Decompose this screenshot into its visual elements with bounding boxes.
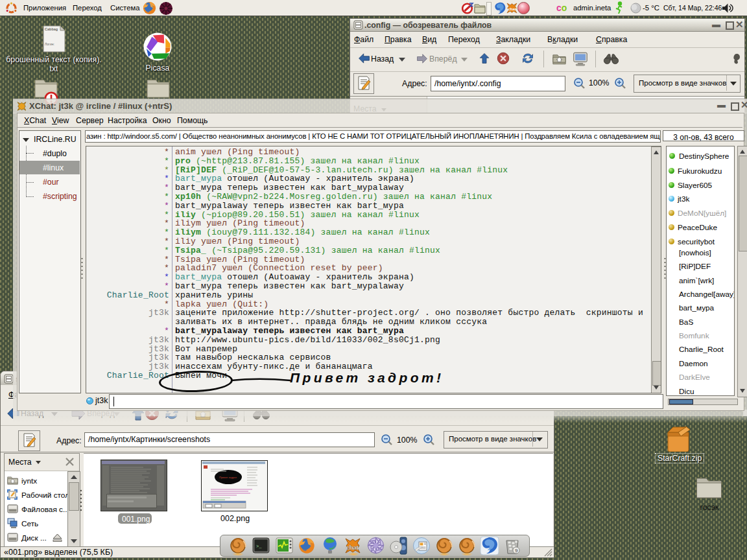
svg-text:chat: chat [346,544,359,551]
svg-text:Привет задрот: Привет задрот [219,476,237,479]
svg-text:9: 9 [515,548,518,554]
svg-text:chat: chat [508,6,516,11]
svg-text:Логин:: Логин: [45,42,54,46]
svg-text:Cabbag: Cabbag [45,27,58,31]
svg-text:>_: >_ [256,544,262,549]
